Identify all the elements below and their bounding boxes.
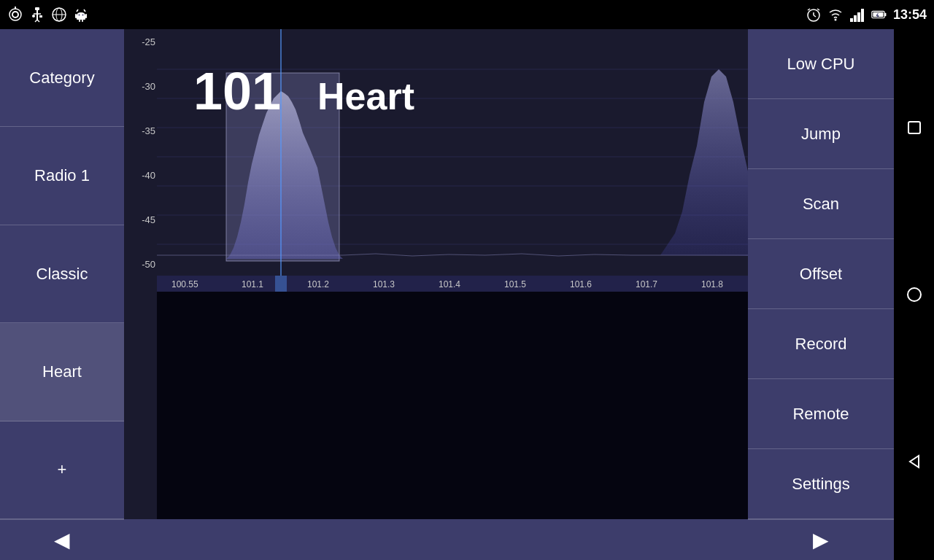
wifi-icon [827,7,844,23]
status-time: 13:54 [893,7,927,23]
svg-text:101: 101 [193,62,281,120]
y-label-3: -35 [126,125,155,136]
y-label-6: -50 [126,259,155,270]
y-label-4: -40 [126,170,155,181]
frequency-ruler: 100.55 101.1 101.2 101.3 101.4 101.5 101… [157,276,748,292]
usb-icon [29,7,45,23]
svg-point-0 [12,12,18,18]
alarm-icon [806,7,822,23]
sidebar-item-radio1[interactable]: Radio 1 [0,127,124,225]
svg-rect-3 [35,7,39,10]
svg-line-26 [817,9,819,10]
spectrum-bottom-nav [124,519,748,560]
svg-rect-29 [854,15,857,22]
svg-text:101.4: 101.4 [439,279,460,289]
spectrum-graph: 101 Heart [157,29,748,277]
svg-point-20 [79,15,80,16]
battery-icon [871,7,887,23]
svg-point-1 [9,9,21,20]
svg-rect-31 [861,9,864,22]
svg-text:101.5: 101.5 [504,279,526,289]
sidebar-item-classic[interactable]: Classic [0,225,124,323]
svg-rect-14 [75,14,77,18]
antenna-icon [7,7,23,23]
system-nav-bar [894,29,934,560]
svg-rect-17 [82,20,83,22]
svg-rect-15 [85,14,87,18]
svg-point-21 [82,15,84,16]
svg-text:101.3: 101.3 [373,279,395,289]
svg-point-65 [908,288,921,301]
svg-rect-8 [39,15,42,18]
sidebar-item-category[interactable]: Category [0,29,124,127]
right-forward-button[interactable]: ▶ [813,528,829,552]
svg-line-25 [808,9,810,10]
svg-marker-66 [910,456,919,467]
svg-line-18 [77,9,78,12]
y-label-1: -25 [126,36,155,47]
svg-text:101.8: 101.8 [701,279,723,289]
home-button[interactable] [900,280,929,309]
spectrum-area: -25 -30 -35 -40 -45 -50 [124,29,748,560]
status-bar: 13:54 [0,0,934,29]
svg-rect-30 [857,12,860,22]
right-panel: Low CPU Jump Scan Offset Record Remote S… [748,29,894,560]
globe-icon [51,7,67,23]
main-layout: Category Radio 1 Classic Heart + ◀ -25 -… [0,29,934,560]
svg-text:101.6: 101.6 [570,279,592,289]
svg-point-27 [834,19,836,21]
remote-button[interactable]: Remote [748,379,894,449]
svg-point-6 [32,15,35,18]
svg-text:101.2: 101.2 [307,279,329,289]
jump-button[interactable]: Jump [748,99,894,169]
y-axis: -25 -30 -35 -40 -45 -50 [124,29,157,277]
sidebar-item-heart[interactable]: Heart [0,323,124,421]
android-icon [73,7,89,23]
sidebar-item-add[interactable]: + [0,421,124,519]
svg-text:100.55: 100.55 [171,279,198,289]
svg-text:101.7: 101.7 [636,279,657,289]
svg-rect-16 [79,20,80,22]
scan-button[interactable]: Scan [748,169,894,239]
y-label-5: -45 [126,214,155,225]
svg-line-10 [37,20,39,22]
svg-line-24 [814,15,816,17]
svg-text:101.1: 101.1 [242,279,263,289]
sidebar-back-button[interactable]: ◀ [0,520,124,560]
svg-text:Heart: Heart [317,75,414,117]
svg-rect-64 [908,122,920,133]
record-button[interactable]: Record [748,309,894,379]
low-cpu-button[interactable]: Low CPU [748,29,894,99]
svg-rect-33 [884,13,886,17]
settings-button[interactable]: Settings [748,449,894,519]
status-icons-left [7,7,89,23]
svg-line-9 [35,20,37,22]
svg-line-19 [84,9,85,12]
y-label-2: -30 [126,81,155,92]
sidebar-bottom: ◀ [0,519,124,560]
recent-apps-button[interactable] [900,113,929,142]
signal-icon [849,7,865,23]
offset-button[interactable]: Offset [748,239,894,309]
right-bottom-nav: ▶ [748,519,894,560]
back-button[interactable] [900,447,929,476]
svg-rect-28 [850,18,853,22]
status-icons-right: 13:54 [806,7,927,23]
waterfall-display [157,292,748,519]
sidebar: Category Radio 1 Classic Heart + ◀ [0,29,124,560]
svg-rect-53 [275,276,287,292]
